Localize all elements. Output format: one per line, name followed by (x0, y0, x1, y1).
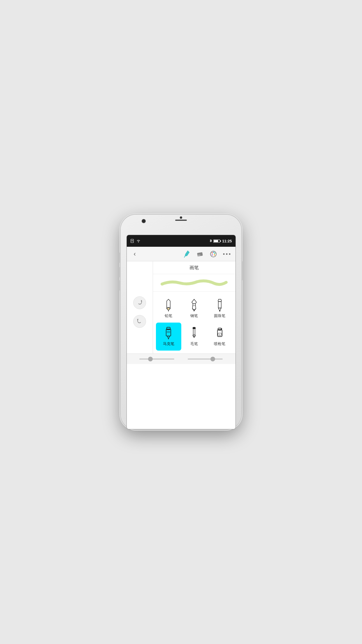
bluetooth-icon (209, 239, 212, 243)
right-slider-track[interactable] (188, 358, 223, 360)
spray-brush-item[interactable]: 0 喷枪笔 (207, 323, 233, 351)
svg-text:0: 0 (219, 334, 220, 335)
battery-icon (213, 239, 221, 243)
pencil-svg (163, 299, 174, 312)
phone-screen: 11:25 ‹ (126, 235, 236, 429)
undo-icon (136, 318, 143, 325)
marker-icon (162, 327, 175, 340)
ink-brush-label: 毛笔 (190, 341, 198, 346)
ink-brush-icon (188, 327, 201, 340)
ballpoint-svg (215, 299, 225, 312)
redo-button[interactable] (133, 296, 146, 309)
brush-panel-title: 画笔 (153, 261, 236, 274)
toolbar-tool-icons (182, 250, 231, 258)
svg-line-7 (184, 256, 185, 258)
palette-icon (210, 250, 217, 258)
svg-point-15 (212, 254, 213, 256)
marker-brush-item[interactable]: 马克笔 (156, 323, 182, 351)
pencil-label: 铅笔 (165, 313, 172, 318)
svg-rect-5 (220, 240, 221, 242)
app-toolbar: ‹ (127, 247, 236, 261)
svg-rect-34 (221, 328, 222, 329)
pen-label: 钢笔 (190, 313, 198, 318)
svg-point-17 (226, 253, 227, 255)
svg-point-14 (214, 254, 215, 256)
svg-point-23 (219, 310, 220, 312)
ballpoint-brush-item[interactable]: 圆珠笔 (207, 295, 233, 323)
svg-point-12 (213, 252, 214, 253)
svg-point-11 (212, 252, 213, 253)
svg-point-16 (223, 253, 224, 255)
redo-icon (136, 300, 143, 306)
main-content-area: 画笔 (127, 261, 236, 354)
right-slider-thumb[interactable] (210, 357, 215, 361)
svg-point-13 (214, 253, 215, 254)
phone-notch (175, 216, 187, 221)
palette-tool-button[interactable] (209, 250, 217, 258)
ballpoint-icon (213, 299, 226, 312)
pen-brush-item[interactable]: 钢笔 (181, 295, 207, 323)
front-camera (142, 219, 146, 223)
document-icon (130, 239, 134, 243)
ballpoint-label: 圆珠笔 (214, 313, 225, 318)
pencil-brush-item[interactable]: 铅笔 (156, 295, 182, 323)
bottom-slider-bar (127, 354, 236, 364)
canvas-sidebar (127, 261, 153, 354)
brush-preview-area (153, 274, 236, 292)
phone-frame: 11:25 ‹ (121, 215, 241, 429)
spray-svg: 0 (215, 327, 225, 340)
pencil-icon (162, 299, 175, 312)
ink-brush-item[interactable]: 毛笔 (181, 323, 207, 351)
marker-label: 马克笔 (163, 341, 174, 346)
brush-tool-button[interactable] (182, 250, 191, 258)
more-icon (223, 253, 231, 255)
spray-icon: 0 (213, 327, 226, 340)
brush-panel: 画笔 (153, 261, 236, 354)
left-slider-track[interactable] (139, 358, 174, 360)
status-right-icons: 11:25 (209, 239, 232, 243)
back-button[interactable]: ‹ (131, 248, 138, 260)
left-slider-thumb[interactable] (148, 357, 153, 361)
svg-point-18 (229, 253, 230, 255)
svg-point-3 (138, 242, 138, 242)
brush-stroke-preview (159, 278, 229, 288)
brush-grid: 铅笔 钢笔 (153, 292, 236, 354)
ink-brush-svg (189, 327, 199, 340)
pen-svg (189, 299, 199, 312)
brush-icon (183, 250, 190, 258)
camera-dot (180, 216, 182, 219)
eraser-icon (196, 250, 204, 258)
more-button[interactable] (223, 250, 231, 258)
undo-button[interactable] (133, 315, 146, 328)
time-display: 11:25 (222, 239, 232, 243)
speaker (175, 220, 187, 221)
marker-svg (163, 327, 174, 340)
status-left-icons (130, 239, 141, 243)
svg-rect-6 (214, 240, 218, 242)
pen-icon (188, 299, 201, 312)
eraser-tool-button[interactable] (196, 250, 204, 258)
svg-rect-29 (193, 327, 196, 329)
svg-rect-22 (218, 302, 221, 308)
spray-label: 喷枪笔 (214, 341, 225, 346)
wifi-icon (136, 239, 141, 243)
status-bar: 11:25 (127, 235, 236, 247)
